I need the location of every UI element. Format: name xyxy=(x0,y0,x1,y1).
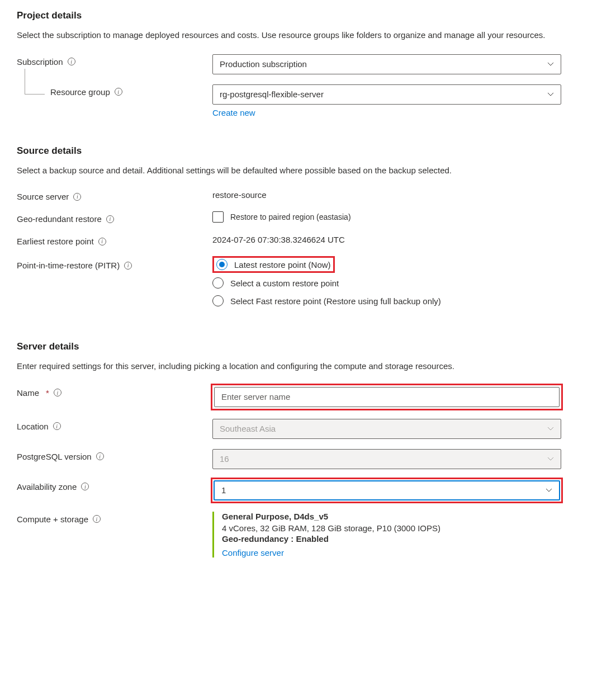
subscription-value: Production subscription xyxy=(220,59,307,69)
pitr-custom-label: Select a custom restore point xyxy=(230,278,339,288)
info-icon[interactable]: i xyxy=(54,389,61,396)
resource-group-select[interactable]: rg-postgresql-flexible-server xyxy=(212,84,561,105)
info-icon[interactable]: i xyxy=(98,238,106,245)
resource-group-label: Resource group xyxy=(50,87,110,97)
chevron-down-icon xyxy=(547,427,554,431)
pitr-label: Point-in-time-restore (PITR) xyxy=(17,261,120,270)
earliest-restore-label: Earliest restore point xyxy=(17,237,94,246)
geo-restore-checkbox-label: Restore to paired region (eastasia) xyxy=(230,212,351,221)
info-icon[interactable]: i xyxy=(93,515,101,523)
chevron-down-icon xyxy=(547,457,554,461)
pitr-radio-latest[interactable]: Latest restore point (Now) xyxy=(216,259,331,270)
radio-icon xyxy=(212,277,224,289)
pitr-radio-fast[interactable]: Select Fast restore point (Restore using… xyxy=(212,295,561,306)
server-details-description: Enter required settings for this server,… xyxy=(17,360,599,373)
info-icon[interactable]: i xyxy=(81,483,89,490)
radio-icon xyxy=(212,295,224,306)
configure-server-link[interactable]: Configure server xyxy=(222,548,284,558)
radio-icon xyxy=(216,259,228,270)
project-details-section: Project details Select the subscription … xyxy=(17,10,599,117)
availability-zone-label: Availability zone xyxy=(17,482,77,492)
compute-storage-label: Compute + storage xyxy=(17,514,88,524)
create-new-link[interactable]: Create new xyxy=(212,108,255,117)
location-value: Southeast Asia xyxy=(220,424,276,433)
compute-geo: Geo-redundancy : Enabled xyxy=(222,534,561,544)
source-server-value: restore-source xyxy=(212,189,561,200)
chevron-down-icon xyxy=(547,62,554,67)
availability-zone-value: 1 xyxy=(221,485,226,495)
pitr-latest-label: Latest restore point (Now) xyxy=(234,260,331,270)
info-icon[interactable]: i xyxy=(68,58,75,65)
chevron-down-icon xyxy=(547,92,554,97)
tree-connector xyxy=(25,69,45,95)
info-icon[interactable]: i xyxy=(115,88,122,96)
compute-storage-summary: General Purpose, D4ds_v5 4 vCores, 32 Gi… xyxy=(212,512,561,558)
name-label: Name xyxy=(17,388,39,398)
location-select: Southeast Asia xyxy=(212,419,561,439)
earliest-restore-value: 2024-07-26 07:30:38.3246624 UTC xyxy=(212,234,561,244)
info-icon[interactable]: i xyxy=(124,262,132,270)
source-details-heading: Source details xyxy=(17,145,599,157)
chevron-down-icon xyxy=(546,488,552,493)
source-details-section: Source details Select a backup source an… xyxy=(17,145,599,307)
pg-version-value: 16 xyxy=(220,454,229,464)
pg-version-select: 16 xyxy=(212,449,561,469)
info-icon[interactable]: i xyxy=(53,422,61,430)
resource-group-value: rg-postgresql-flexible-server xyxy=(220,89,324,99)
server-details-heading: Server details xyxy=(17,341,599,352)
geo-restore-checkbox[interactable] xyxy=(212,211,224,223)
source-details-description: Select a backup source and detail. Addit… xyxy=(17,164,599,177)
availability-zone-select[interactable]: 1 xyxy=(214,480,560,500)
project-details-description: Select the subscription to manage deploy… xyxy=(17,29,599,42)
project-details-heading: Project details xyxy=(17,10,599,21)
source-server-label: Source server xyxy=(17,192,69,201)
server-details-section: Server details Enter required settings f… xyxy=(17,341,599,558)
compute-tier: General Purpose, D4ds_v5 xyxy=(222,512,561,521)
compute-specs: 4 vCores, 32 GiB RAM, 128 GiB storage, P… xyxy=(222,523,561,533)
geo-restore-label: Geo-redundant restore xyxy=(17,214,102,224)
location-label: Location xyxy=(17,422,49,431)
info-icon[interactable]: i xyxy=(73,193,81,201)
info-icon[interactable]: i xyxy=(106,215,114,223)
pitr-radio-custom[interactable]: Select a custom restore point xyxy=(212,277,561,289)
server-name-input[interactable] xyxy=(214,387,560,407)
subscription-label: Subscription xyxy=(17,57,63,67)
required-asterisk: * xyxy=(46,388,49,398)
pitr-fast-label: Select Fast restore point (Restore using… xyxy=(230,296,441,306)
info-icon[interactable]: i xyxy=(96,452,104,460)
pg-version-label: PostgreSQL version xyxy=(17,452,92,461)
subscription-select[interactable]: Production subscription xyxy=(212,54,561,74)
